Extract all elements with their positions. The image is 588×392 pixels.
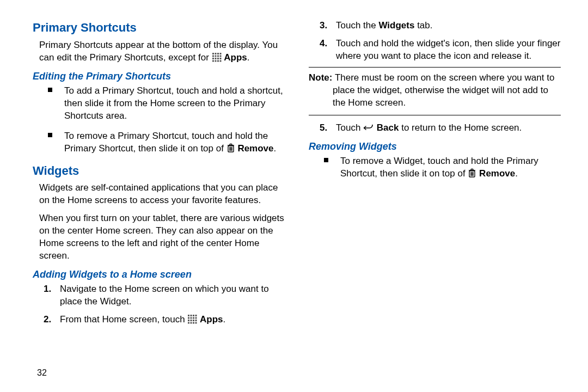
label-widgets-tab: Widgets xyxy=(378,20,414,30)
svg-rect-8 xyxy=(212,58,214,59)
svg-rect-10 xyxy=(217,58,219,59)
label-back: Back xyxy=(377,122,399,133)
svg-rect-30 xyxy=(193,320,194,321)
label-remove: Remove xyxy=(237,143,273,154)
svg-rect-34 xyxy=(193,322,194,324)
list-item: Navigate to the Home screen on which you… xyxy=(44,283,285,308)
svg-rect-32 xyxy=(188,322,189,324)
list-adding-steps-cont: Touch Back to return to the Home screen. xyxy=(320,122,561,134)
text: to return to the Home screen. xyxy=(399,122,522,133)
text: Touch xyxy=(336,122,363,133)
svg-rect-15 xyxy=(219,60,221,62)
svg-rect-2 xyxy=(217,53,219,54)
svg-rect-5 xyxy=(215,55,216,57)
list-item: Touch the Widgets tab. xyxy=(320,20,561,32)
text: tab. xyxy=(414,20,432,30)
heading-widgets: Widgets xyxy=(33,163,285,179)
svg-rect-12 xyxy=(212,60,214,62)
svg-rect-20 xyxy=(188,315,189,316)
apps-grid-icon xyxy=(187,314,197,324)
svg-rect-21 xyxy=(191,315,192,316)
svg-rect-25 xyxy=(191,317,192,319)
svg-rect-29 xyxy=(191,320,192,321)
note-text: Note: There must be room on the screen w… xyxy=(309,72,561,109)
paragraph-widgets-desc: Widgets are self-contained applications … xyxy=(39,182,285,207)
list-editing: To add a Primary Shortcut, touch and hol… xyxy=(48,85,285,155)
svg-rect-22 xyxy=(193,315,194,316)
svg-rect-7 xyxy=(219,55,221,57)
svg-rect-0 xyxy=(212,53,214,54)
page-number: 32 xyxy=(37,367,47,379)
svg-rect-26 xyxy=(193,317,194,319)
svg-rect-11 xyxy=(219,58,221,59)
svg-rect-24 xyxy=(188,317,189,319)
apps-grid-icon xyxy=(212,52,222,62)
list-item: To add a Primary Shortcut, touch and hol… xyxy=(48,85,285,122)
list-item: Touch and hold the widget's icon, then s… xyxy=(320,38,561,63)
note-block: Note: There must be room on the screen w… xyxy=(309,67,561,115)
list-item: Touch Back to return to the Home screen. xyxy=(320,122,561,134)
heading-adding-widgets: Adding Widgets to a Home screen xyxy=(33,268,285,281)
text: Touch the xyxy=(336,20,378,30)
svg-rect-27 xyxy=(195,317,197,319)
text: Touch and hold the widget's icon, then s… xyxy=(336,38,560,61)
list-item: To remove a Widget, touch and hold the P… xyxy=(324,155,561,180)
back-icon xyxy=(363,124,374,132)
svg-rect-35 xyxy=(195,322,197,324)
svg-rect-33 xyxy=(191,322,192,324)
list-item: From that Home screen, touch Apps. xyxy=(44,314,285,326)
trash-icon xyxy=(226,143,235,153)
svg-rect-23 xyxy=(195,315,197,316)
svg-rect-28 xyxy=(188,320,189,321)
svg-rect-6 xyxy=(217,55,219,57)
text: Navigate to the Home screen on which you… xyxy=(60,284,269,307)
label-apps: Apps xyxy=(224,52,247,63)
label-remove: Remove xyxy=(479,168,515,179)
text: . xyxy=(274,143,277,154)
svg-rect-31 xyxy=(195,320,197,321)
text: . xyxy=(515,168,518,179)
text: To add a Primary Shortcut, touch and hol… xyxy=(64,85,283,121)
manual-page: Primary Shortcuts Primary Shortcuts appe… xyxy=(0,0,588,359)
svg-rect-4 xyxy=(212,55,214,57)
text: . xyxy=(223,314,226,324)
svg-rect-3 xyxy=(219,53,221,54)
trash-icon xyxy=(468,168,476,178)
list-item: To remove a Primary Shortcut, touch and … xyxy=(48,130,285,155)
svg-rect-9 xyxy=(215,58,216,59)
svg-rect-13 xyxy=(215,60,216,62)
text: . xyxy=(247,52,250,63)
heading-removing-widgets: Removing Widgets xyxy=(309,140,561,153)
heading-primary-shortcuts: Primary Shortcuts xyxy=(33,20,285,36)
svg-rect-14 xyxy=(217,60,219,62)
label-note: Note: xyxy=(309,72,332,83)
svg-rect-1 xyxy=(215,53,216,54)
heading-editing-primary: Editing the Primary Shortcuts xyxy=(33,70,285,83)
label-apps: Apps xyxy=(200,314,223,324)
list-removing: To remove a Widget, touch and hold the P… xyxy=(324,155,561,180)
text: There must be room on the screen where y… xyxy=(333,72,554,108)
paragraph-widgets-desc2: When you first turn on your tablet, ther… xyxy=(39,212,285,262)
paragraph-primary-shortcuts-desc: Primary Shortcuts appear at the bottom o… xyxy=(39,39,285,64)
text: From that Home screen, touch xyxy=(60,314,187,324)
